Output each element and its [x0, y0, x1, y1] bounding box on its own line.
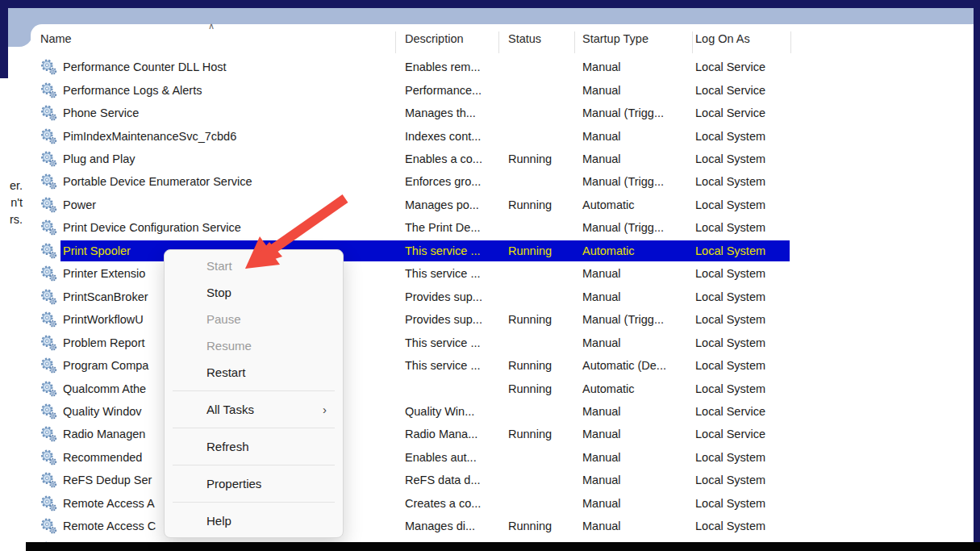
service-log-on-as: Local System	[695, 267, 765, 280]
service-startup-type: Manual	[582, 336, 621, 349]
service-context-menu: StartStopPauseResumeRestartAll Tasks›Ref…	[164, 249, 344, 538]
service-description: Indexes cont...	[405, 130, 481, 143]
service-name: Portable Device Enumerator Service	[63, 175, 252, 188]
menu-item-stop[interactable]: Stop	[165, 279, 343, 306]
service-log-on-as: Local System	[695, 520, 765, 532]
service-name: PrintWorkflowU	[63, 313, 144, 326]
service-description: Enforces gro...	[405, 175, 481, 188]
service-description: Manages di...	[405, 520, 475, 532]
service-name: ReFS Dedup Ser	[63, 474, 152, 486]
services-console-window: er. n't rs. ∧ Name Description Status St…	[0, 0, 980, 551]
menu-separator	[173, 390, 335, 391]
menu-item-pause: Pause	[165, 306, 343, 332]
service-name: Performance Logs & Alerts	[63, 84, 202, 97]
service-gear-icon	[40, 81, 57, 98]
service-row[interactable]: Performance Logs & AlertsPerformance...M…	[31, 78, 974, 101]
service-log-on-as: Local System	[695, 175, 765, 188]
menu-separator	[173, 465, 335, 465]
service-gear-icon	[40, 449, 57, 465]
service-startup-type: Manual	[582, 290, 621, 303]
service-log-on-as: Local System	[695, 451, 765, 464]
menu-separator	[173, 428, 335, 428]
service-gear-icon	[40, 334, 57, 351]
service-startup-type: Manual (Trigg...	[582, 313, 664, 326]
service-gear-icon	[40, 380, 57, 397]
service-gear-icon	[40, 357, 57, 374]
service-log-on-as: Local System	[695, 221, 765, 234]
menu-item-help[interactable]: Help	[165, 507, 343, 534]
service-row[interactable]: PimIndexMaintenanceSvc_7cbd6Indexes cont…	[31, 124, 974, 147]
menu-separator	[173, 502, 335, 503]
menu-item-refresh[interactable]: Refresh	[165, 433, 343, 460]
menu-item-properties[interactable]: Properties	[165, 470, 343, 497]
service-status: Running	[508, 244, 552, 257]
service-name: PimIndexMaintenanceSvc_7cbd6	[63, 130, 236, 143]
service-startup-type: Manual	[582, 474, 621, 486]
service-row[interactable]: Print Device Configuration ServiceThe Pr…	[31, 216, 974, 239]
service-gear-icon	[40, 151, 57, 168]
service-status: Running	[508, 152, 552, 165]
service-description: Manages po...	[405, 198, 479, 211]
service-log-on-as: Local System	[695, 198, 765, 211]
service-log-on-as: Local System	[695, 474, 765, 486]
service-gear-icon	[40, 219, 57, 236]
service-description: Enables aut...	[405, 451, 477, 464]
service-startup-type: Automatic	[582, 198, 634, 211]
service-gear-icon	[40, 105, 57, 122]
service-row[interactable]: PowerManages po...RunningAutomaticLocal …	[31, 194, 974, 216]
service-log-on-as: Local System	[695, 382, 765, 395]
service-name: Radio Managen	[63, 428, 145, 440]
menu-item-resume: Resume	[165, 332, 343, 359]
service-description: Creates a co...	[405, 497, 481, 510]
service-name: Problem Report	[63, 336, 145, 349]
service-log-on-as: Local Service	[695, 428, 765, 440]
service-log-on-as: Local System	[695, 244, 765, 257]
service-startup-type: Automatic	[582, 382, 634, 395]
service-log-on-as: Local System	[695, 497, 765, 510]
service-description: ReFS data d...	[405, 474, 481, 486]
service-name: Quality Windov	[63, 405, 142, 418]
menu-item-restart[interactable]: Restart	[165, 359, 343, 386]
service-description: Manages th...	[405, 106, 476, 119]
service-startup-type: Manual	[582, 428, 621, 440]
service-name: Plug and Play	[63, 152, 135, 165]
service-gear-icon	[40, 403, 57, 420]
service-startup-type: Manual	[582, 267, 621, 280]
services-table-body: Performance Counter DLL HostEnables rem.…	[0, 0, 980, 551]
service-status: Running	[508, 359, 552, 372]
service-log-on-as: Local Service	[695, 61, 765, 73]
service-name: Remote Access C	[63, 520, 156, 532]
service-startup-type: Manual (Trigg...	[582, 106, 664, 119]
service-description: Performance...	[405, 84, 482, 97]
service-row[interactable]: Performance Counter DLL HostEnables rem.…	[31, 56, 974, 78]
service-row[interactable]: Phone ServiceManages th...Manual (Trigg.…	[31, 102, 974, 124]
service-name: Performance Counter DLL Host	[63, 61, 227, 73]
service-name: Print Spooler	[63, 244, 131, 257]
service-description: Provides sup...	[405, 290, 482, 303]
service-description: This service ...	[405, 267, 480, 280]
service-gear-icon	[40, 59, 57, 76]
service-status: Running	[508, 198, 552, 211]
service-row[interactable]: Plug and PlayEnables a co...RunningManua…	[31, 148, 974, 170]
service-log-on-as: Local System	[695, 359, 765, 372]
service-description: Provides sup...	[405, 313, 482, 326]
service-gear-icon	[40, 242, 57, 259]
service-log-on-as: Local System	[695, 313, 765, 326]
service-startup-type: Manual	[582, 497, 621, 510]
service-name: PrintScanBroker	[63, 290, 148, 303]
service-log-on-as: Local Service	[695, 106, 765, 119]
service-gear-icon	[40, 472, 57, 489]
menu-item-start: Start	[165, 253, 343, 279]
service-gear-icon	[40, 173, 57, 190]
menu-item-all-tasks[interactable]: All Tasks›	[165, 396, 343, 423]
service-startup-type: Manual (Trigg...	[582, 221, 664, 234]
service-gear-icon	[40, 518, 57, 535]
service-status: Running	[508, 520, 552, 532]
service-log-on-as: Local System	[695, 336, 765, 349]
service-status: Running	[508, 313, 552, 326]
service-name: Recommended	[63, 451, 142, 464]
service-description: This service ...	[405, 336, 480, 349]
service-log-on-as: Local Service	[695, 84, 765, 97]
service-gear-icon	[40, 426, 57, 443]
service-row[interactable]: Portable Device Enumerator ServiceEnforc…	[31, 170, 974, 193]
